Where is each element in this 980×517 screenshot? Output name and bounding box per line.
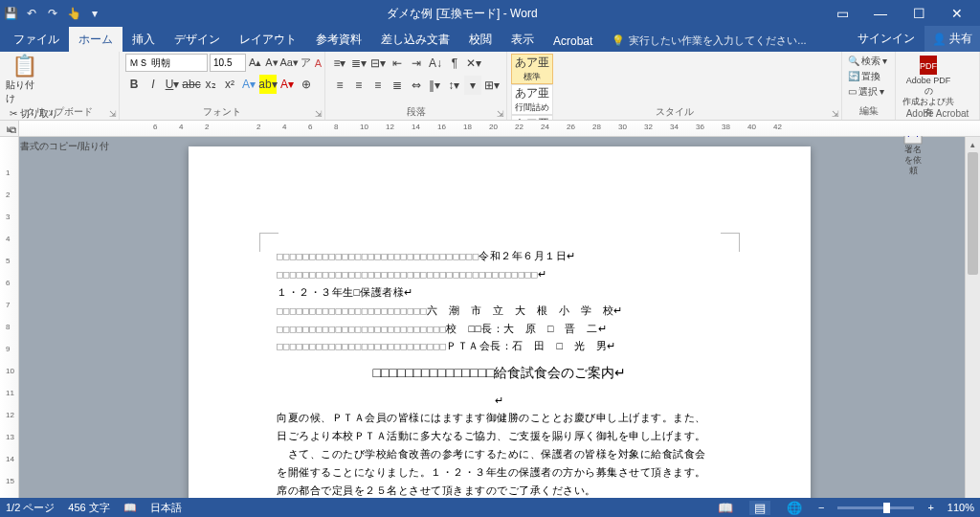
paste-icon: 📋 xyxy=(11,54,37,79)
shrink-font-button[interactable]: A▾ xyxy=(264,54,278,72)
borders-button[interactable]: ⊞▾ xyxy=(483,76,501,95)
touch-icon[interactable]: 👆 xyxy=(67,7,80,20)
tab-references[interactable]: 参考資料 xyxy=(306,27,371,52)
highlight-button[interactable]: ab▾ xyxy=(259,75,277,94)
search-icon: 🔍 xyxy=(848,54,859,69)
align-justify-button[interactable]: ≣ xyxy=(389,76,406,95)
tab-design[interactable]: デザイン xyxy=(165,27,230,52)
select-icon: ▭ xyxy=(848,84,857,100)
tab-layout[interactable]: レイアウト xyxy=(230,27,306,52)
style-normal[interactable]: あア亜標準 xyxy=(511,54,553,84)
underline-button[interactable]: U▾ xyxy=(164,75,181,94)
tab-view[interactable]: 表示 xyxy=(501,27,544,52)
subscript-button[interactable]: x₂ xyxy=(202,75,219,94)
signin-button[interactable]: サインイン xyxy=(848,26,924,52)
decrease-indent-button[interactable]: ⇤ xyxy=(389,54,406,73)
status-words[interactable]: 456 文字 xyxy=(68,501,109,515)
close-button[interactable]: ✕ xyxy=(938,0,976,27)
line-spacing-button[interactable]: ↕▾ xyxy=(445,76,462,95)
zoom-level[interactable]: 110% xyxy=(947,502,974,513)
grow-font-button[interactable]: A▴ xyxy=(248,54,262,72)
para-launcher-icon[interactable]: ⇲ xyxy=(497,109,504,119)
tell-me-input[interactable]: 💡実行したい作業を入力してください... xyxy=(602,29,815,52)
clear-format-button[interactable]: A xyxy=(314,54,323,72)
styles-launcher-icon[interactable]: ⇲ xyxy=(832,109,839,119)
numbering-button[interactable]: ≣▾ xyxy=(350,54,368,73)
strike-button[interactable]: abc xyxy=(183,75,200,94)
vertical-scrollbar[interactable]: ▴ ▾ xyxy=(965,137,980,498)
format-painter-button[interactable]: ✒ 書式のコピー/貼り付け xyxy=(10,138,113,170)
view-read-button[interactable]: 📖 xyxy=(715,501,736,515)
group-editing: 🔍検索▾ 🔄置換 ▭選択▾ 編集 xyxy=(842,52,896,120)
font-size-combo[interactable] xyxy=(210,54,246,72)
increase-indent-button[interactable]: ⇥ xyxy=(408,54,425,73)
document-body[interactable]: □□□□□□□□□□□□□□□□□□□□□□□□□□□□□□□令和２年６月１日↵… xyxy=(277,247,723,500)
status-page[interactable]: 1/2 ページ xyxy=(6,501,55,515)
font-color-button[interactable]: A▾ xyxy=(278,75,296,94)
vertical-ruler[interactable]: 12345678910111213141516 xyxy=(0,137,19,504)
status-language[interactable]: 日本語 xyxy=(150,501,182,515)
document-page[interactable]: □□□□□□□□□□□□□□□□□□□□□□□□□□□□□□□令和２年６月１日↵… xyxy=(189,146,811,504)
paste-button[interactable]: 📋 貼り付け xyxy=(6,54,42,105)
scroll-thumb[interactable] xyxy=(968,152,978,275)
replace-icon: 🔄 xyxy=(848,69,859,84)
margin-marker-tl xyxy=(259,233,278,252)
tab-insert[interactable]: 挿入 xyxy=(122,27,165,52)
group-acrobat: PDF Adobe PDF の 作成および共有 署名 を依頼 Adobe Acr… xyxy=(896,52,980,120)
group-paragraph: ≡▾ ≣▾ ⊟▾ ⇤ ⇥ A↓ ¶ ✕▾ ≡ ≡ ≡ ≣ ⇔ ‖▾ ↕▾ ▾ ⊞… xyxy=(325,52,507,120)
zoom-in-button[interactable]: + xyxy=(927,502,933,513)
tab-home[interactable]: ホーム xyxy=(69,27,122,52)
font-launcher-icon[interactable]: ⇲ xyxy=(315,109,323,119)
tab-review[interactable]: 校閲 xyxy=(459,27,501,52)
sort-button[interactable]: A↓ xyxy=(427,54,444,73)
shading-button[interactable]: ▾ xyxy=(464,76,481,95)
redo-icon[interactable]: ↷ xyxy=(46,7,59,20)
show-marks-button[interactable]: ¶ xyxy=(446,54,463,73)
italic-button[interactable]: I xyxy=(145,75,162,94)
change-case-button[interactable]: Aa▾ xyxy=(281,54,298,72)
find-button[interactable]: 🔍検索▾ xyxy=(848,54,889,69)
zoom-out-button[interactable]: − xyxy=(818,502,824,513)
bold-button[interactable]: B xyxy=(125,75,143,94)
distribute-button[interactable]: ⇔ xyxy=(408,76,425,95)
enclose-button[interactable]: ⊕ xyxy=(298,75,315,94)
undo-icon[interactable]: ↶ xyxy=(25,7,38,20)
group-font: A▴ A▾ Aa▾ ア A B I U▾ abc x₂ x² A▾ ab▾ A▾… xyxy=(120,52,325,120)
maximize-button[interactable]: ☐ xyxy=(900,0,938,27)
tab-mailings[interactable]: 差し込み文書 xyxy=(371,27,459,52)
spacing-button[interactable]: ‖▾ xyxy=(426,76,443,95)
copy-icon: ⧉ xyxy=(10,124,16,135)
view-web-button[interactable]: 🌐 xyxy=(784,501,805,515)
clipboard-launcher-icon[interactable]: ⇲ xyxy=(109,109,117,119)
zoom-slider[interactable] xyxy=(837,506,914,509)
multilevel-button[interactable]: ⊟▾ xyxy=(369,54,387,73)
minimize-button[interactable]: — xyxy=(861,0,900,27)
ribbon-options-icon[interactable]: ▭ xyxy=(823,0,861,27)
replace-button[interactable]: 🔄置換 xyxy=(848,69,889,84)
text-effects-button[interactable]: A▾ xyxy=(240,75,257,94)
share-button[interactable]: 👤共有 xyxy=(924,26,980,52)
align-center-button[interactable]: ≡ xyxy=(350,76,368,95)
margin-marker-tr xyxy=(721,233,740,252)
svg-text:PDF: PDF xyxy=(920,61,938,71)
align-left-button[interactable]: ≡ xyxy=(331,76,348,95)
bullets-button[interactable]: ≡▾ xyxy=(331,54,348,73)
align-right-button[interactable]: ≡ xyxy=(369,76,387,95)
qat-more-icon[interactable]: ▾ xyxy=(88,7,101,20)
tab-file[interactable]: ファイル xyxy=(4,27,69,52)
superscript-button[interactable]: x² xyxy=(221,75,238,94)
group-clipboard: 📋 貼り付け ✂ 切り取り ⧉ コピー ✒ 書式のコピー/貼り付け クリップボー… xyxy=(0,52,120,120)
bulb-icon: 💡 xyxy=(612,34,625,47)
view-print-button[interactable]: ▤ xyxy=(749,501,770,515)
phonetic-button[interactable]: ア xyxy=(300,54,312,72)
horizontal-ruler[interactable]: 6422468101214161820222426283032343638404… xyxy=(19,121,980,136)
scroll-up-icon[interactable]: ▴ xyxy=(966,137,980,152)
tab-acrobat[interactable]: Acrobat xyxy=(544,30,602,52)
window-title: ダメな例 [互換モード] - Word xyxy=(101,6,823,22)
select-button[interactable]: ▭選択▾ xyxy=(848,84,889,100)
save-icon[interactable]: 💾 xyxy=(4,7,17,20)
align-dist-button[interactable]: ✕▾ xyxy=(465,54,482,73)
status-proof-icon[interactable]: 📖 xyxy=(123,502,137,514)
font-name-combo[interactable] xyxy=(125,54,208,72)
share-icon: 👤 xyxy=(932,33,947,46)
